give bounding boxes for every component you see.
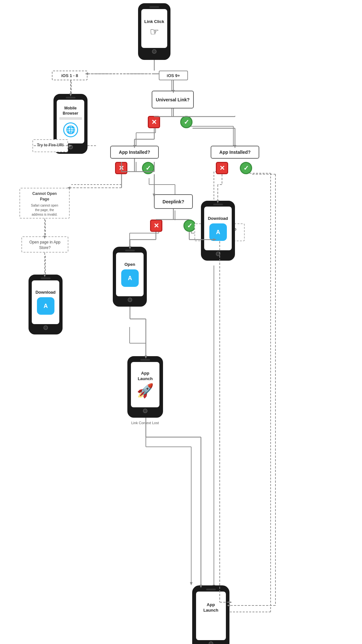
rocket-icon: 🚀 bbox=[137, 383, 154, 399]
phone-app-launch-context-lost: AppLaunch 🚀 bbox=[127, 356, 163, 418]
dashboard-icon bbox=[209, 614, 212, 629]
mobile-browser-label: MobileBrowser bbox=[63, 106, 78, 116]
download-left-label: Download bbox=[35, 290, 55, 295]
app-installed-left-x: ✕ bbox=[115, 162, 127, 174]
open-page-label: Open page in App Store? bbox=[29, 240, 60, 250]
universal-link-box: Universal Link? bbox=[152, 91, 194, 108]
app-installed-left-box: App Installed? bbox=[110, 146, 159, 159]
app-installed-left-check: ✓ bbox=[142, 162, 154, 174]
svg-text:A: A bbox=[216, 229, 220, 235]
flowchart-container: Link Click ☞ iOS 1 - 8 iOS 9+ MobileBrow… bbox=[0, 0, 362, 644]
deeplink-box: Deeplink? bbox=[154, 194, 193, 209]
phone-app-launch-linked: AppLaunch bbox=[192, 585, 229, 644]
app-installed-left-label: App Installed? bbox=[119, 150, 150, 155]
cannot-open-title: Cannot OpenPage bbox=[23, 191, 66, 202]
appstore-right-icon: A bbox=[209, 223, 227, 241]
deeplink-x: ✕ bbox=[150, 220, 162, 232]
app-launch-linked-label: AppLaunch bbox=[203, 602, 218, 613]
cannot-open-page-box: Cannot OpenPage Safari cannot openthe pa… bbox=[19, 188, 70, 219]
globe-icon: 🌐 bbox=[66, 125, 76, 134]
ios-1-8-label: iOS 1 - 8 bbox=[61, 73, 78, 78]
app-installed-right-check: ✓ bbox=[240, 162, 252, 174]
app-installed-right-box: App Installed? bbox=[211, 146, 259, 159]
deeplink-check: ✓ bbox=[183, 220, 196, 232]
download-right-label: Download bbox=[208, 216, 228, 221]
svg-text:A: A bbox=[43, 303, 48, 309]
cannot-open-desc: Safari cannot openthe page, theaddress i… bbox=[23, 203, 66, 217]
ios-1-8-box: iOS 1 - 8 bbox=[52, 71, 88, 80]
ios-9-box: iOS 9+ bbox=[159, 71, 188, 80]
svg-text:A: A bbox=[128, 275, 132, 281]
deeplink-label: Deeplink? bbox=[163, 199, 184, 204]
app-installed-right-x: ✕ bbox=[216, 162, 228, 174]
appstore-open-icon: A bbox=[121, 269, 139, 287]
phone-download-left: Download A bbox=[29, 275, 63, 334]
open-app-label: Open bbox=[124, 262, 135, 267]
link-click-label: Link Click bbox=[144, 19, 164, 25]
phone-open-app: Open A bbox=[113, 247, 147, 307]
ios-9-label: iOS 9+ bbox=[167, 73, 180, 78]
app-launch-lost-label: AppLaunch bbox=[138, 371, 153, 382]
universal-link-check: ✓ bbox=[180, 116, 193, 128]
open-page-appstore-box: Open page in App Store? bbox=[21, 236, 68, 253]
touch-icon: ☞ bbox=[150, 26, 159, 38]
phone-link-click: Link Click ☞ bbox=[138, 3, 170, 60]
svg-marker-41 bbox=[190, 582, 193, 585]
appstore-left-icon: A bbox=[37, 297, 54, 315]
link-context-lost-label: Link Context Lost bbox=[123, 421, 167, 425]
try-fire-uri-label: Try to Fire URI bbox=[37, 143, 64, 147]
phone-download-right: Download A bbox=[201, 201, 235, 261]
app-installed-right-label: App Installed? bbox=[219, 150, 251, 155]
try-fire-uri-box: Try to Fire URI bbox=[32, 139, 68, 152]
universal-link-label: Universal Link? bbox=[156, 97, 190, 102]
universal-link-x: ✕ bbox=[148, 116, 160, 128]
